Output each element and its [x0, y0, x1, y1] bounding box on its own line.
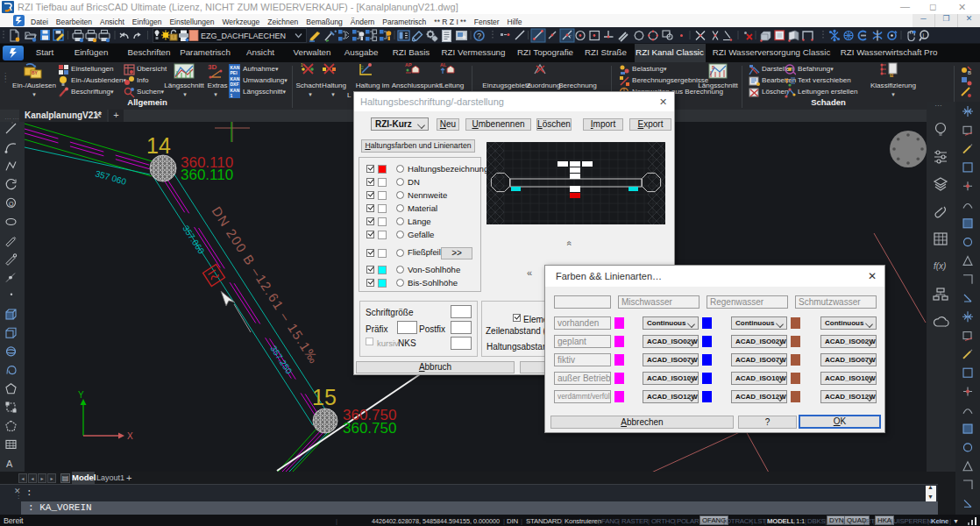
svg-text:14: 14 [146, 133, 171, 158]
svg-text:DN 200 B –12.61 – 15.1‰: DN 200 B –12.61 – 15.1‰ [209, 203, 322, 366]
svg-text:T: T [785, 77, 789, 85]
svg-text:1: 1 [301, 62, 303, 68]
svg-text:B: B [890, 73, 894, 78]
svg-text:Y: Y [78, 390, 84, 400]
svg-text:A: A [6, 458, 13, 469]
svg-text:15: 15 [312, 385, 337, 409]
svg-text:DXF: DXF [231, 82, 239, 87]
svg-text:X: X [127, 431, 133, 441]
svg-text:1: 1 [231, 93, 233, 98]
svg-text:?: ? [477, 32, 481, 40]
svg-text:3D: 3D [208, 63, 217, 71]
svg-text:AP: AP [405, 62, 412, 68]
svg-text:2: 2 [361, 65, 364, 70]
svg-text:AL: AL [440, 62, 447, 68]
svg-text:BY: BY [32, 70, 39, 75]
svg-text:357 060: 357 060 [94, 168, 127, 187]
svg-text:PEI: PEI [231, 70, 238, 75]
svg-text:i: i [923, 32, 925, 39]
svg-text:f(x): f(x) [934, 261, 946, 271]
svg-text:360.750: 360.750 [343, 420, 396, 437]
svg-text:Q: Q [9, 201, 14, 208]
svg-text:357.250: 357.250 [268, 344, 294, 376]
svg-text:360.110: 360.110 [181, 167, 233, 183]
